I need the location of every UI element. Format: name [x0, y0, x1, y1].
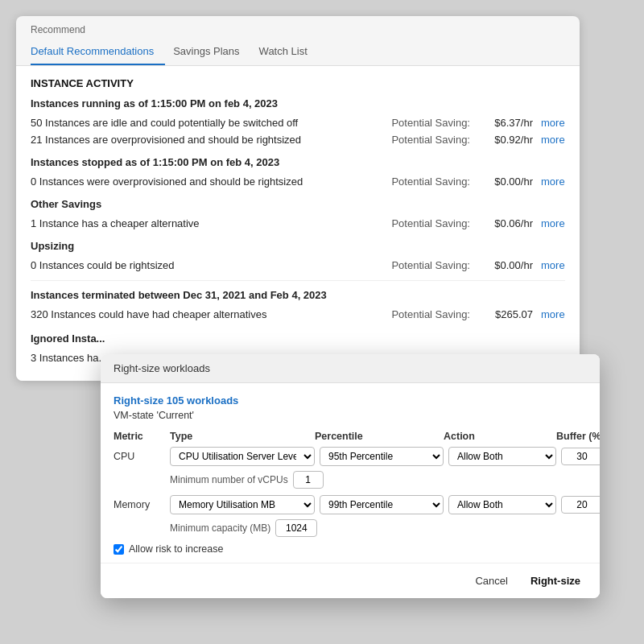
cpu-percentile-select[interactable]: 95th Percentile [320, 447, 444, 466]
grid-header-row: Metric Type Percentile Action Buffer (%) [114, 431, 587, 442]
other-savings-subheader: Other Savings [31, 198, 565, 210]
min-cap-label: Minimum capacity (MB) [170, 522, 270, 534]
panel-title: Recommend [16, 16, 580, 39]
cpu-metric-label: CPU [114, 451, 170, 462]
more-link[interactable]: more [541, 134, 565, 146]
main-panel: Recommend Default Recommendations Saving… [16, 16, 580, 381]
memory-percentile-select[interactable]: 99th Percentile [320, 495, 444, 514]
instance-activity-header: INSTANCE ACTIVITY [31, 77, 565, 89]
table-row: 0 Instances could be rightsized Potentia… [31, 257, 565, 274]
min-vcpus-row: Minimum number of vCPUs [114, 471, 587, 489]
more-link[interactable]: more [541, 117, 565, 129]
col-header-buffer: Buffer (%) [556, 431, 600, 442]
col-header-action: Action [444, 431, 556, 442]
modal-footer: Cancel Right-size [101, 563, 600, 598]
allow-risk-row: Allow risk to increase [114, 543, 587, 555]
running-subheader: Instances running as of 1:15:00 PM on fe… [31, 97, 565, 109]
panel-content: INSTANCE ACTIVITY Instances running as o… [16, 66, 580, 381]
min-vcpus-input[interactable] [293, 471, 324, 489]
allow-risk-checkbox[interactable] [114, 544, 124, 555]
ignored-subheader: Ignored Insta... [31, 332, 565, 345]
rightsize-link[interactable]: Right-size 105 workloads [114, 394, 238, 407]
min-vcpus-label: Minimum number of vCPUs [170, 474, 288, 485]
rightsize-button[interactable]: Right-size [524, 572, 587, 590]
col-header-type: Type [170, 431, 315, 442]
memory-buffer-input[interactable] [561, 496, 600, 514]
modal-body: Right-size 105 workloads VM-state 'Curre… [101, 383, 600, 563]
table-row: 0 Instances were overprovisioned and sho… [31, 173, 565, 190]
cpu-buffer-input[interactable] [561, 448, 600, 465]
table-row: 50 Instances are idle and could potentia… [31, 114, 565, 131]
min-cap-input[interactable] [275, 519, 317, 537]
tab-default-recommendations[interactable]: Default Recommendations [31, 39, 165, 65]
memory-row: Memory Memory Utilisation MB 99th Percen… [114, 495, 587, 514]
more-link[interactable]: more [541, 308, 565, 320]
cpu-action-select[interactable]: Allow Both [448, 447, 556, 466]
tabs-bar: Default Recommendations Savings Plans Wa… [16, 39, 580, 66]
memory-metric-label: Memory [114, 499, 170, 510]
col-header-percentile: Percentile [315, 431, 444, 442]
memory-type-select[interactable]: Memory Utilisation MB [170, 495, 315, 514]
col-header-metric: Metric [114, 431, 170, 442]
table-row: 320 Instances could have had cheaper alt… [31, 306, 565, 323]
cancel-button[interactable]: Cancel [469, 572, 514, 590]
more-link[interactable]: more [541, 259, 565, 271]
table-row: 1 Instance has a cheaper alternative Pot… [31, 215, 565, 232]
terminated-header: Instances terminated between Dec 31, 202… [31, 289, 565, 301]
more-link[interactable]: more [541, 217, 565, 229]
table-row: 21 Instances are overprovisioned and sho… [31, 131, 565, 148]
tab-watch-list[interactable]: Watch List [259, 39, 319, 65]
vm-state-label: VM-state 'Current' [114, 410, 587, 421]
more-link[interactable]: more [541, 175, 565, 188]
divider [31, 280, 565, 281]
rightsize-modal: Right-size workloads Right-size 105 work… [101, 354, 600, 598]
tab-savings-plans[interactable]: Savings Plans [173, 39, 250, 65]
allow-risk-label: Allow risk to increase [129, 543, 223, 555]
min-cap-row: Minimum capacity (MB) [114, 519, 587, 537]
cpu-type-select[interactable]: CPU Utilisation Server Level [170, 447, 315, 466]
memory-action-select[interactable]: Allow Both [448, 495, 556, 514]
modal-header: Right-size workloads [101, 354, 600, 383]
cpu-row: CPU CPU Utilisation Server Level 95th Pe… [114, 447, 587, 466]
stopped-subheader: Instances stopped as of 1:15:00 PM on fe… [31, 156, 565, 168]
upsizing-subheader: Upsizing [31, 240, 565, 252]
